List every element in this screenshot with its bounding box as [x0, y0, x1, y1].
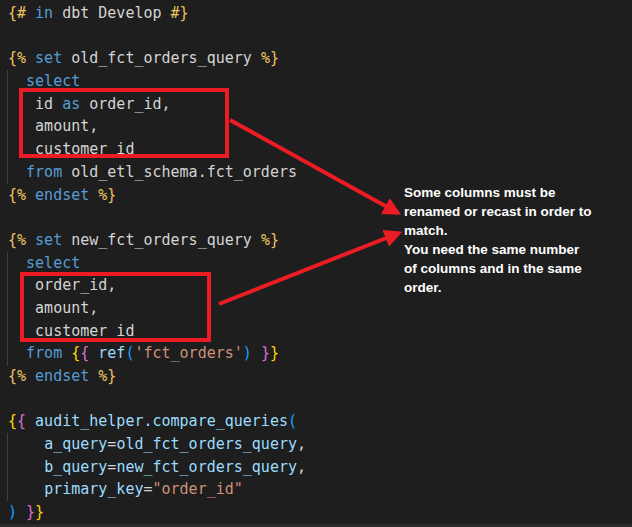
code-line — [8, 25, 632, 48]
code-token — [26, 4, 35, 22]
code-line: ) }} — [8, 501, 632, 524]
code-line: from {{ ref('fct_orders') }} — [8, 342, 632, 365]
code-token: new_fct_orders_query — [116, 458, 297, 476]
code-token: ) — [8, 503, 17, 521]
code-token: endset — [35, 367, 89, 385]
code-token: , — [297, 435, 306, 453]
code-token: ( — [288, 412, 297, 430]
code-token: %} — [98, 186, 116, 204]
code-token — [26, 412, 35, 430]
code-line: b_query=new_fct_orders_query, — [8, 456, 632, 479]
code-token: { — [8, 412, 17, 430]
code-line: primary_key="order_id" — [8, 478, 632, 501]
code-token: old_fct_orders_query — [116, 435, 297, 453]
code-token: #} — [171, 4, 189, 22]
code-token: {% — [8, 49, 26, 67]
code-token: a_query — [44, 435, 107, 453]
code-token — [26, 49, 35, 67]
code-token — [89, 344, 98, 362]
code-line: {# in dbt Develop #} — [8, 2, 632, 25]
code-line: a_query=old_fct_orders_query, — [8, 433, 632, 456]
code-token: from — [26, 163, 62, 181]
code-token — [8, 163, 26, 181]
code-token — [8, 435, 44, 453]
highlight-box-old-columns — [19, 88, 229, 158]
code-token: 'fct_orders' — [134, 344, 242, 362]
code-token: {# — [8, 4, 26, 22]
code-token: select — [26, 254, 80, 272]
code-token: {% — [8, 367, 26, 385]
code-token: , — [297, 458, 306, 476]
code-token: %} — [261, 231, 279, 249]
code-token — [89, 186, 98, 204]
highlight-box-new-columns — [20, 272, 211, 342]
code-token: ) — [243, 344, 252, 362]
code-token: } — [261, 344, 270, 362]
indent-guide — [7, 252, 8, 366]
code-token: {% — [8, 186, 26, 204]
code-line: from old_etl_schema.fct_orders — [8, 161, 632, 184]
code-token — [252, 344, 261, 362]
editor-background: {# in dbt Develop #}{% set old_fct_order… — [0, 0, 632, 527]
code-token: audit_helper.compare_queries — [35, 412, 288, 430]
code-token — [17, 503, 26, 521]
code-token: ref — [98, 344, 125, 362]
code-line — [8, 388, 632, 411]
code-token — [89, 367, 98, 385]
annotation-note-line2: You need the same number of columns and … — [404, 240, 594, 297]
code-token: { — [80, 344, 89, 362]
indent-guide — [7, 70, 8, 184]
code-token: old_etl_schema.fct_orders — [62, 163, 297, 181]
code-token — [26, 186, 35, 204]
code-token: } — [270, 344, 279, 362]
code-token: old_fct_orders_query — [62, 49, 261, 67]
code-token: set — [35, 231, 62, 249]
code-token: { — [71, 344, 80, 362]
annotation-note-line1: Some columns must be renamed or recast i… — [404, 183, 594, 240]
code-token — [26, 231, 35, 249]
code-token: {% — [8, 231, 26, 249]
code-token: dbt Develop — [53, 4, 170, 22]
code-token: %} — [261, 49, 279, 67]
code-token: primary_key — [44, 480, 143, 498]
code-token: "order_id" — [153, 480, 243, 498]
code-token: = — [143, 480, 152, 498]
code-token: endset — [35, 186, 89, 204]
code-token: { — [17, 412, 26, 430]
code-token: new_fct_orders_query — [62, 231, 261, 249]
code-token — [8, 458, 44, 476]
code-token — [26, 367, 35, 385]
code-token: %} — [98, 367, 116, 385]
code-line: {% endset %} — [8, 365, 632, 388]
code-token — [8, 254, 26, 272]
code-token: from — [26, 344, 62, 362]
code-token: } — [35, 503, 44, 521]
code-token: set — [35, 49, 62, 67]
code-token: b_query — [44, 458, 107, 476]
code-token — [8, 480, 44, 498]
code-token: } — [26, 503, 35, 521]
code-token — [8, 344, 26, 362]
indent-guide — [7, 433, 8, 501]
code-token — [62, 344, 71, 362]
code-line: {{ audit_helper.compare_queries( — [8, 410, 632, 433]
code-line: {% set old_fct_orders_query %} — [8, 47, 632, 70]
code-token: in — [35, 4, 53, 22]
annotation-note: Some columns must be renamed or recast i… — [404, 183, 594, 297]
